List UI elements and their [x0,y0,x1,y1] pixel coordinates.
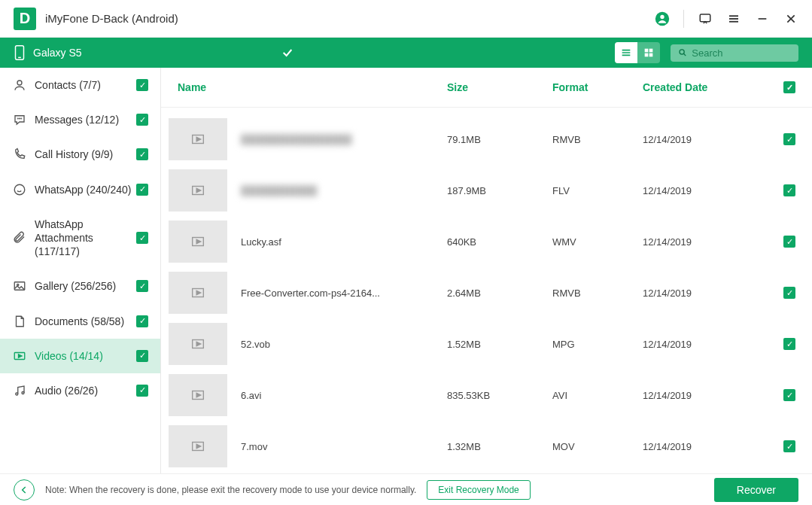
exit-recovery-button[interactable]: Exit Recovery Mode [427,480,530,500]
sidebar-item-check[interactable]: ✓ [136,315,148,327]
content: Name Size Format Created Date ✓ ████████… [161,68,812,473]
svg-marker-42 [196,393,201,397]
row-checkbox[interactable]: ✓ [783,184,795,196]
table-row[interactable]: Free-Converter.com-ps4-2164...2.64MBRMVB… [161,267,812,318]
sidebar-item-attach[interactable]: WhatsApp Attachments (117/117)✓ [0,207,160,269]
video-thumbnail[interactable] [169,221,227,263]
row-name: 6.avi [241,390,447,401]
sidebar-item-message[interactable]: Messages (12/12)✓ [0,102,160,137]
table-row[interactable]: ███████████187.9MBFLV12/14/2019✓ [161,165,812,216]
search-box[interactable] [671,44,798,62]
col-name[interactable]: Name [169,81,447,93]
row-date: 12/14/2019 [643,134,741,145]
row-name: Free-Converter.com-ps4-2164... [241,287,447,299]
sidebar-item-label: Gallery (256/256) [35,279,136,293]
titlebar-controls [655,10,798,28]
sidebar-item-doc[interactable]: Documents (58/58)✓ [0,304,160,339]
row-format: AVI [552,390,643,401]
menu-icon[interactable] [726,11,741,26]
svg-point-20 [17,81,22,85]
svg-marker-36 [196,239,201,244]
back-button[interactable] [14,479,35,500]
video-thumbnail[interactable] [169,118,227,160]
sidebar-item-check[interactable]: ✓ [136,280,148,292]
audio-icon [12,384,27,397]
app-title: iMyFone D-Back (Android) [45,12,655,25]
doc-icon [12,315,27,328]
sidebar-item-image[interactable]: Gallery (256/256)✓ [0,269,160,303]
minimize-icon[interactable] [755,11,770,26]
table-row[interactable]: 7.mov1.32MBMOV12/14/2019✓ [161,421,812,472]
svg-point-18 [680,50,684,54]
svg-rect-17 [649,53,653,57]
table-row[interactable]: 6.avi835.53KBAVI12/14/2019✓ [161,370,812,421]
view-mode-toggle [615,42,660,63]
table-row[interactable]: 52.vob1.52MBMPG12/14/2019✓ [161,318,812,370]
col-date[interactable]: Created Date [643,81,741,93]
sidebar-item-label: WhatsApp Attachments (117/117) [35,218,136,259]
svg-point-30 [22,391,24,394]
divider [683,10,684,28]
sidebar-item-video[interactable]: Videos (14/14)✓ [0,339,160,373]
rows[interactable]: ████████████████79.1MBRMVB12/14/2019✓███… [161,108,812,473]
sidebar-item-check[interactable]: ✓ [136,148,148,160]
row-name: ███████████ [241,185,447,196]
sidebar-item-check[interactable]: ✓ [136,385,148,397]
table-row[interactable]: Lucky.asf640KBWMV12/14/2019✓ [161,216,812,267]
row-date: 12/14/2019 [643,236,741,248]
video-thumbnail[interactable] [169,425,227,467]
sidebar-item-label: Call History (9/9) [35,148,136,161]
phone-icon [12,148,27,161]
whatsapp-icon [12,183,27,196]
sidebar-item-check[interactable]: ✓ [136,232,148,244]
sidebar-item-whatsapp[interactable]: WhatsApp (240/240)✓ [0,172,160,207]
row-checkbox[interactable]: ✓ [783,287,795,299]
col-select-all[interactable]: ✓ [783,81,795,93]
main: Contacts (7/7)✓Messages (12/12)✓Call His… [0,68,812,473]
video-thumbnail[interactable] [169,374,227,416]
svg-point-24 [14,184,25,195]
sidebar-item-phone[interactable]: Call History (9/9)✓ [0,137,160,172]
footer: Note: When the recovery is done, please … [0,473,812,505]
sidebar-item-audio[interactable]: Audio (26/26)✓ [0,373,160,408]
video-thumbnail[interactable] [169,323,227,365]
sidebar-item-contact[interactable]: Contacts (7/7)✓ [0,68,160,102]
row-checkbox[interactable]: ✓ [783,133,795,145]
list-view-button[interactable] [615,42,637,63]
search-input[interactable] [692,47,791,59]
user-icon[interactable] [655,11,670,26]
row-checkbox[interactable]: ✓ [783,236,795,248]
svg-rect-2 [700,14,710,22]
row-checkbox[interactable]: ✓ [783,389,795,401]
sidebar-item-check[interactable]: ✓ [136,114,148,126]
feedback-icon[interactable] [698,11,713,26]
grid-view-button[interactable] [637,42,660,63]
col-format[interactable]: Format [552,81,643,93]
svg-rect-16 [645,53,649,57]
row-size: 1.32MB [447,441,552,452]
video-thumbnail[interactable] [169,272,227,314]
sidebar-item-label: Audio (26/26) [35,384,136,397]
sidebar-item-label: Videos (14/14) [35,349,136,363]
recover-button[interactable]: Recover [714,478,798,502]
video-thumbnail[interactable] [169,169,227,211]
row-checkbox[interactable]: ✓ [783,440,795,452]
titlebar: D iMyFone D-Back (Android) [0,0,812,38]
row-size: 79.1MB [447,134,552,145]
row-name: 52.vob [241,339,447,350]
svg-marker-38 [196,291,201,295]
device-icon [14,44,26,61]
sidebar-item-check[interactable]: ✓ [136,350,148,362]
col-size[interactable]: Size [447,81,552,93]
close-icon[interactable] [783,11,798,26]
svg-marker-32 [196,137,201,141]
sidebar-item-check[interactable]: ✓ [136,184,148,196]
svg-point-21 [17,118,18,119]
svg-point-23 [21,118,22,119]
table-row[interactable]: ████████████████79.1MBRMVB12/14/2019✓ [161,114,812,165]
video-icon [12,349,27,363]
row-size: 1.52MB [447,339,552,350]
row-size: 640KB [447,236,552,248]
row-checkbox[interactable]: ✓ [783,338,795,350]
sidebar-item-check[interactable]: ✓ [136,79,148,91]
